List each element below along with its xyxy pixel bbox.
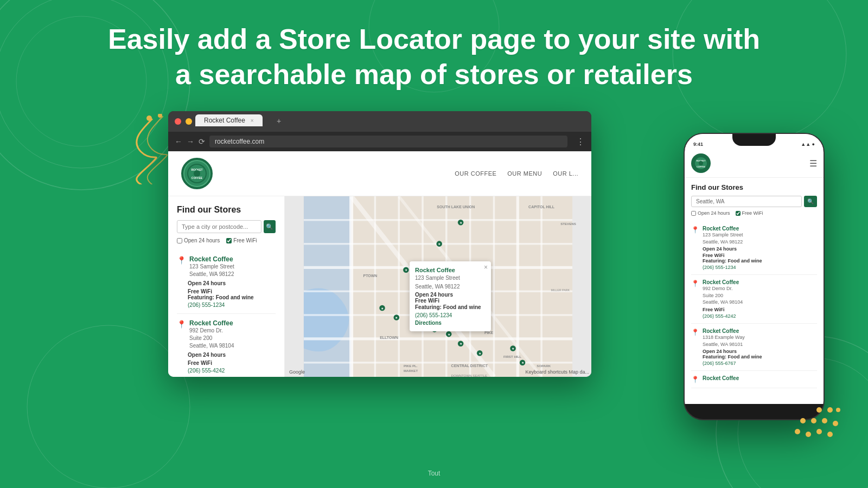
phone-store-phone[interactable]: (206) 555-1234 — [703, 265, 817, 270]
filter-open24-label[interactable]: Open 24 hours — [177, 237, 220, 243]
phone-store-feature: Featuring: Food and wine — [703, 258, 817, 264]
browser-new-tab[interactable]: + — [277, 117, 281, 125]
browser-tab[interactable]: Rocket Coffee × — [195, 114, 263, 126]
phone-store-phone[interactable]: (206) 555-6767 — [703, 361, 817, 366]
store-phone[interactable]: (206) 555-1234 — [188, 302, 276, 308]
store-badge-open: Open 24 hours — [188, 352, 276, 358]
phone-store-item[interactable]: 📍 Rocket Coffee 1318 Example Way Seattle… — [691, 324, 817, 371]
phone-store-item[interactable]: 📍 Rocket Coffee — [691, 371, 817, 388]
phone-store-phone[interactable]: (206) 555-4242 — [703, 313, 817, 319]
svg-text:★: ★ — [381, 306, 384, 310]
phone-filter-wifi-label[interactable]: Free WiFi — [736, 210, 763, 216]
phone-filter-open24-label[interactable]: Open 24 hours — [691, 210, 730, 216]
phone-notch — [732, 134, 776, 146]
phone-site-header: ROCKET COFFEE ☰ — [685, 149, 824, 178]
store-address2: Suite 200 — [189, 335, 234, 342]
map-credit: Keyboard shortcuts Map da... — [525, 369, 589, 375]
phone-store-city: Seattle, WA 98104 — [703, 299, 817, 306]
phone-filter-wifi-text: Free WiFi — [742, 210, 763, 216]
tout-text: Tout — [428, 470, 441, 477]
filter-wifi-checkbox[interactable] — [226, 238, 232, 243]
site-header: ROCKET COFFEE OUR COFFEE OUR MENU OUR L.… — [168, 151, 591, 196]
svg-text:SOPARK: SOPARK — [537, 364, 551, 368]
browser-address-bar[interactable]: rocketcoffee.com — [209, 136, 567, 147]
filter-row: Open 24 hours Free WiFi — [177, 237, 276, 243]
svg-text:★: ★ — [478, 351, 481, 355]
phone-signal: ▲▲ ● — [801, 142, 815, 147]
search-input[interactable] — [177, 220, 261, 233]
phone-store-name: Rocket Coffee — [703, 226, 817, 232]
popup-featuring-label: Featuring: — [415, 304, 442, 310]
phone-locator-title: Find our Stores — [691, 183, 817, 191]
browser-menu-icon[interactable]: ⋮ — [576, 137, 585, 147]
svg-text:★: ★ — [459, 221, 462, 224]
browser-forward-button[interactable]: → — [187, 137, 194, 146]
phone-store-address: 992 Demo Dr. — [703, 285, 817, 292]
phone-store-city: Seattle, WA 98122 — [703, 239, 817, 246]
browser-tab-label: Rocket Coffee — [204, 117, 245, 124]
pin-icon: 📍 — [691, 376, 699, 383]
pin-icon: 📍 — [177, 256, 186, 265]
popup-featuring: Featuring: Food and wine — [415, 304, 486, 311]
phone-store-badge-wifi: Free WiFi — [703, 307, 817, 312]
browser-navbar: ← → ⟳ rocketcoffee.com ⋮ — [168, 132, 591, 151]
svg-point-93 — [699, 161, 703, 165]
svg-text:STEVENS: STEVENS — [560, 222, 576, 226]
hamburger-icon[interactable]: ☰ — [809, 158, 817, 169]
phone-filter-row: Open 24 hours Free WiFi — [691, 210, 817, 216]
site-navigation: OUR COFFEE OUR MENU OUR L... — [455, 170, 578, 177]
popup-phone[interactable]: (206) 555-1234 — [415, 312, 486, 318]
store-name: Rocket Coffee — [189, 319, 234, 327]
sidebar-title: Find our Stores — [177, 205, 276, 215]
svg-text:ELLTOWN: ELLTOWN — [380, 336, 398, 339]
headline: Easily add a Store Locator page to your … — [0, 22, 868, 92]
store-phone[interactable]: (206) 555-4242 — [188, 368, 276, 374]
popup-badge2: Free WiFi — [415, 298, 486, 304]
nav-our-coffee[interactable]: OUR COFFEE — [455, 170, 496, 177]
svg-text:MARKET: MARKET — [404, 369, 418, 373]
phone-store-item[interactable]: 📍 Rocket Coffee 123 Sample Street Seattl… — [691, 221, 817, 275]
store-name: Rocket Coffee — [189, 255, 234, 263]
store-address: 123 Sample Street — [189, 263, 234, 271]
phone-filter-open24[interactable] — [691, 211, 696, 216]
svg-point-105 — [836, 408, 840, 412]
phone-search-input[interactable] — [691, 196, 802, 207]
popup-store-name: Rocket Coffee — [415, 267, 486, 273]
svg-point-100 — [811, 418, 816, 423]
store-city: Seattle, WA 98104 — [189, 342, 234, 350]
svg-point-102 — [833, 421, 838, 426]
browser-titlebar: Rocket Coffee × + — [168, 111, 591, 132]
browser-minimize-dot[interactable] — [186, 118, 192, 125]
filter-open24-checkbox[interactable] — [177, 238, 182, 243]
phone-store-item[interactable]: 📍 Rocket Coffee 992 Demo Dr. Suite 200 S… — [691, 275, 817, 324]
filter-wifi-label[interactable]: Free WiFi — [226, 237, 257, 243]
phone-store-address: 123 Sample Street — [703, 232, 817, 239]
svg-text:PIKE PL.: PIKE PL. — [404, 364, 418, 368]
nav-our-menu[interactable]: OUR MENU — [507, 170, 542, 177]
svg-text:★: ★ — [438, 242, 441, 246]
nav-our-locations[interactable]: OUR L... — [553, 170, 578, 177]
browser-back-button[interactable]: ← — [175, 137, 182, 146]
store-item[interactable]: 📍 Rocket Coffee 992 Demo Dr. Suite 200 S… — [177, 314, 276, 377]
phone-filter-wifi[interactable] — [736, 211, 741, 216]
phone-search-button[interactable]: 🔍 — [804, 196, 817, 207]
popup-address: 123 Sample Street — [415, 274, 486, 282]
browser-tab-close[interactable]: × — [251, 118, 254, 124]
store-badge-wifi: Free WiFi — [188, 360, 276, 366]
popup-directions-link[interactable]: Directions — [415, 320, 486, 326]
svg-point-8 — [146, 115, 152, 121]
browser-refresh-button[interactable]: ⟳ — [199, 137, 205, 146]
featuring-value: Food and wine — [216, 294, 254, 300]
svg-point-103 — [816, 407, 822, 413]
phone-store-city: Seattle, WA 98101 — [703, 341, 817, 348]
phone-featuring-value: Food and wine — [728, 354, 762, 359]
svg-point-99 — [800, 418, 806, 423]
popup-close-button[interactable]: × — [484, 264, 488, 271]
browser-close-dot[interactable] — [175, 118, 181, 125]
store-feature: Featuring: Food and wine — [188, 294, 276, 300]
pin-icon: 📍 — [177, 320, 186, 329]
store-item[interactable]: 📍 Rocket Coffee 123 Sample Street Seattl… — [177, 250, 276, 314]
search-bar: 🔍 — [177, 220, 276, 233]
svg-text:★: ★ — [395, 316, 398, 319]
search-button[interactable]: 🔍 — [264, 220, 276, 233]
